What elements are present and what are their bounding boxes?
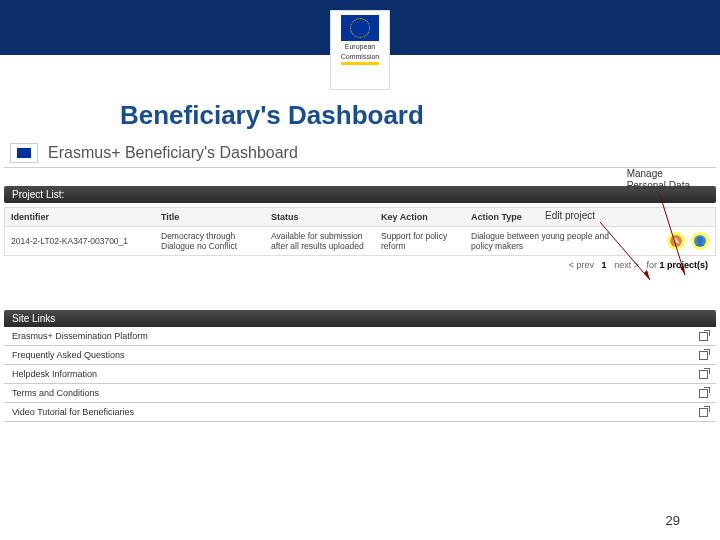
site-link-label: Frequently Asked Questions — [12, 350, 125, 360]
slide-top-band: European Commission — [0, 0, 720, 55]
site-link-video-tutorial[interactable]: Video Tutorial for Beneficiaries — [4, 403, 716, 422]
eu-flag-small-icon — [17, 148, 31, 158]
manage-personal-data-button[interactable]: 👤 — [694, 235, 706, 247]
external-link-icon — [699, 408, 708, 417]
external-link-icon — [699, 332, 708, 341]
cell-status: Available for submission after all resul… — [265, 227, 375, 255]
callout-edit-project: Edit project — [545, 210, 595, 221]
col-identifier[interactable]: Identifier — [5, 208, 155, 226]
col-title[interactable]: Title — [155, 208, 265, 226]
user-icon: 👤 — [695, 237, 705, 246]
slide-page-number: 29 — [666, 513, 680, 528]
callout-manage-l1: Manage — [627, 168, 663, 179]
ec-label-line2: Commission — [331, 53, 389, 61]
highlight-ring-user: 👤 — [691, 232, 709, 250]
external-link-icon — [699, 351, 708, 360]
svg-marker-1 — [644, 270, 650, 280]
cell-key-action: Support for policy reform — [375, 227, 465, 255]
site-link-label: Erasmus+ Dissemination Platform — [12, 331, 148, 341]
ec-label-line1: European — [331, 43, 389, 51]
col-key-action[interactable]: Key Action — [375, 208, 465, 226]
callout-manage-data: Manage Personal Data — [627, 168, 690, 192]
site-link-terms[interactable]: Terms and Conditions — [4, 384, 716, 403]
pager-for: for — [646, 260, 657, 270]
pager-prev[interactable]: < prev — [569, 260, 594, 270]
site-link-label: Helpdesk Information — [12, 369, 97, 379]
site-links-header: Site Links — [4, 310, 716, 327]
external-link-icon — [699, 389, 708, 398]
project-table: Identifier Title Status Key Action Actio… — [4, 207, 716, 256]
pager-next[interactable]: next > — [614, 260, 639, 270]
highlight-ring-edit: ✎ — [667, 232, 685, 250]
project-list-header: Project List: — [4, 186, 716, 203]
callout-manage-l2: Personal Data — [627, 180, 690, 191]
eu-flag-icon — [341, 15, 379, 41]
pager-page: 1 — [602, 260, 607, 270]
pager-label: project(s) — [667, 260, 708, 270]
external-link-icon — [699, 370, 708, 379]
table-header-row: Identifier Title Status Key Action Actio… — [4, 207, 716, 227]
pager-count: 1 — [659, 260, 664, 270]
site-link-faq[interactable]: Frequently Asked Questions — [4, 346, 716, 365]
site-link-label: Terms and Conditions — [12, 388, 99, 398]
edit-project-button[interactable]: ✎ — [670, 235, 682, 247]
app-header: Erasmus+ Beneficiary's Dashboard — [4, 139, 716, 168]
pencil-icon: ✎ — [673, 237, 680, 246]
ec-underline — [341, 62, 379, 65]
col-status[interactable]: Status — [265, 208, 375, 226]
pager: < prev 1 next > for 1 project(s) — [0, 256, 720, 270]
cell-action-type: Dialogue between young people and policy… — [465, 227, 615, 255]
cell-identifier: 2014-2-LT02-KA347-003700_1 — [5, 232, 155, 250]
site-link-dissemination[interactable]: Erasmus+ Dissemination Platform — [4, 327, 716, 346]
ec-small-logo — [10, 143, 38, 163]
slide-title: Beneficiary's Dashboard — [120, 100, 720, 131]
app-title: Erasmus+ Beneficiary's Dashboard — [48, 144, 298, 162]
cell-actions: ✎ 👤 — [615, 228, 715, 254]
ec-logo: European Commission — [330, 10, 390, 90]
site-link-helpdesk[interactable]: Helpdesk Information — [4, 365, 716, 384]
table-row: 2014-2-LT02-KA347-003700_1 Democracy thr… — [4, 227, 716, 256]
site-link-label: Video Tutorial for Beneficiaries — [12, 407, 134, 417]
cell-title: Democracy through Dialogue no Conflict — [155, 227, 265, 255]
